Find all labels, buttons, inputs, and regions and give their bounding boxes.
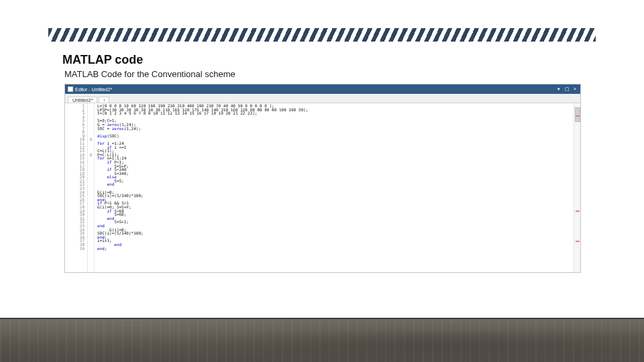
editor-window-title: Editor - Untitled2* [75,87,112,92]
scrollbar-mark [576,210,580,212]
editor-scrollbar[interactable] [574,103,580,272]
matlab-editor-window: Editor - Untitled2* ▾ ▢ × Untitled2* + 1… [64,84,581,273]
scrollbar-thumb[interactable] [575,107,580,122]
window-minimize-button[interactable]: ▾ [556,86,561,92]
scrollbar-mark [576,241,580,242]
window-maximize-button[interactable]: ▢ [564,86,570,92]
scrollbar-mark [576,115,580,117]
code-area[interactable]: L=[0 0 0 0 10 60 120 160 190 230 310 400… [95,103,574,272]
slide-title: MATLAP code [62,53,143,67]
editor-new-tab-button[interactable]: + [99,97,109,103]
code-fold-gutter[interactable]: ⊟⊟ [88,103,95,272]
decorative-stripe [48,28,596,42]
line-number-gutter: 1234567891011121314151617181920212223242… [65,103,88,272]
editor-tab-untitled[interactable]: Untitled2* [68,97,97,103]
editor-app-icon [68,86,73,92]
slide-subtitle: MATLAB Code for the Conventional scheme [64,69,235,79]
window-close-button[interactable]: × [572,86,578,92]
floor-photo-strip [0,318,644,362]
editor-tabstrip: Untitled2* + [65,94,580,103]
editor-titlebar: Editor - Untitled2* ▾ ▢ × [65,84,580,94]
